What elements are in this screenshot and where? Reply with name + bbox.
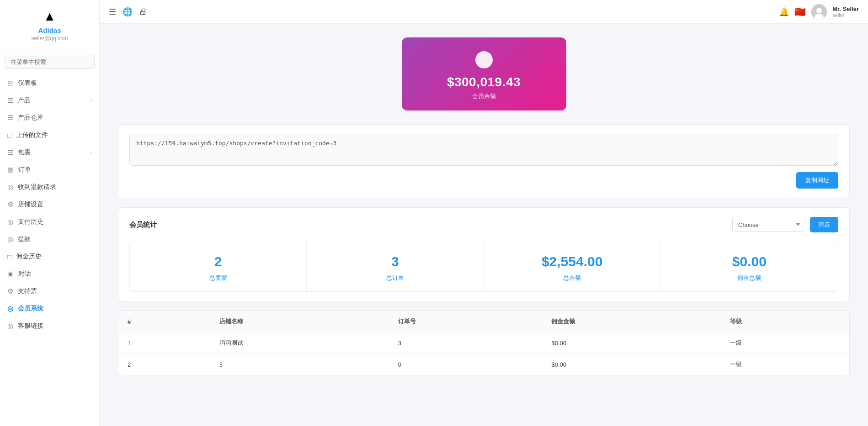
refunds-icon: ◎	[7, 183, 13, 191]
brand-name: Adidas	[38, 26, 61, 34]
sidebar-item-label: 对话	[18, 270, 31, 278]
sidebar-item-label: 客服链接	[18, 322, 43, 330]
sidebar-item-label: 支付历史	[18, 218, 43, 226]
cell-id: 1	[118, 332, 210, 354]
warehouse-icon: ☰	[7, 114, 13, 122]
cell-commission: $0.00	[542, 332, 721, 354]
sidebar-search-input[interactable]	[5, 55, 95, 69]
sidebar-item-label: 提款	[18, 235, 31, 243]
payment-history-icon: ◎	[7, 218, 13, 226]
chevron-right-icon: ›	[90, 149, 92, 156]
sidebar-item-withdraw[interactable]: ◎ 提款	[0, 231, 99, 248]
chevron-right-icon: ›	[90, 97, 92, 104]
commission-icon: □	[7, 253, 11, 261]
sidebar-item-label: 产品	[18, 96, 31, 105]
packages-icon: ☰	[7, 148, 13, 157]
stats-header: 会员统计 Choose 筛选	[129, 217, 838, 232]
balance-card: $300,019.43 会员余额	[402, 37, 566, 110]
topbar-role: seller	[832, 12, 859, 18]
globe-icon[interactable]: 🌐	[122, 7, 133, 17]
sidebar-item-customer-link[interactable]: ◎ 客服链接	[0, 317, 99, 335]
conversations-icon: ▣	[7, 270, 14, 278]
sidebar-item-label: 会员系统	[18, 305, 43, 313]
cell-level: 一级	[721, 354, 849, 375]
stat-commission-value: $0.00	[668, 254, 831, 269]
store-settings-icon: ⚙	[7, 200, 13, 209]
menu-icon[interactable]: ☰	[109, 7, 116, 17]
data-table: # 店铺名称 订单号 佣金金额 等级 1 滔滔测试 3 $0.00 一级 2 3…	[118, 311, 849, 375]
balance-circle-icon	[475, 51, 493, 68]
col-order-id: 订单号	[389, 311, 543, 332]
cell-shop: 3	[210, 354, 389, 375]
stat-orders-label: 总订单	[314, 274, 476, 282]
topbar: ☰ 🌐 🖨 🔔 🇨🇳 Mr. Seller seller	[100, 0, 868, 24]
col-level: 等级	[721, 311, 849, 332]
sidebar-item-label: 产品仓库	[18, 114, 43, 122]
sidebar-item-warehouse[interactable]: ☰ 产品仓库	[0, 109, 99, 126]
col-id: #	[118, 311, 210, 332]
stat-total-orders: 3 总订单	[307, 241, 484, 291]
main-area: ☰ 🌐 🖨 🔔 🇨🇳 Mr. Seller seller	[100, 0, 868, 426]
sidebar-item-label: 收到退款请求	[18, 183, 56, 191]
cell-shop: 滔滔测试	[210, 332, 389, 354]
sidebar-item-packages[interactable]: ☰ 包裹 ›	[0, 144, 99, 161]
affiliate-icon: ◎	[7, 305, 13, 313]
sidebar-item-affiliate[interactable]: ◎ 会员系统	[0, 300, 99, 317]
notification-bell-icon[interactable]: 🔔	[779, 7, 789, 17]
brand-icon: ▲	[43, 9, 56, 24]
sidebar-item-label: 订单	[18, 166, 31, 174]
brand-email: seller@qq.com	[31, 35, 68, 42]
customer-link-icon: ◎	[7, 322, 13, 330]
sidebar-item-store-settings[interactable]: ⚙ 店铺设置	[0, 196, 99, 213]
content-area: $300,019.43 会员余额 复制网址 会员统计 Choose 筛选	[100, 24, 868, 426]
support-icon: ⚙	[7, 287, 13, 295]
stat-sellers-value: 2	[137, 254, 299, 269]
dashboard-icon: ⊟	[7, 79, 13, 87]
stats-section: 会员统计 Choose 筛选 2 总卖家 3 总订单 $2	[118, 207, 850, 301]
sidebar-item-refunds[interactable]: ◎ 收到退款请求	[0, 179, 99, 196]
table-row: 1 滔滔测试 3 $0.00 一级	[118, 332, 849, 354]
balance-label: 会员余额	[411, 92, 557, 100]
stat-sellers-label: 总卖家	[137, 274, 299, 282]
sidebar-item-label: 店铺设置	[18, 200, 43, 209]
stats-choose-select[interactable]: Choose	[732, 218, 805, 232]
products-icon: ☰	[7, 96, 13, 105]
sidebar-item-support-tickets[interactable]: ⚙ 支持票	[0, 283, 99, 300]
cell-commission: $0.00	[542, 354, 721, 375]
stat-total-commission: $0.00 佣金总额	[661, 241, 838, 291]
invite-actions: 复制网址	[129, 172, 838, 189]
table-header-row: # 店铺名称 订单号 佣金金额 等级	[118, 311, 849, 332]
sidebar-item-conversations[interactable]: ▣ 对话	[0, 265, 99, 283]
sidebar-item-commission-history[interactable]: □ 佣金历史	[0, 248, 99, 265]
stat-commission-label: 佣金总额	[668, 274, 831, 282]
sidebar: ▲ Adidas seller@qq.com ⊟ 仪表板 ☰ 产品 › ☰ 产品…	[0, 0, 100, 426]
filter-button[interactable]: 筛选	[810, 217, 838, 232]
svg-point-1	[816, 8, 822, 13]
uploads-icon: □	[7, 131, 11, 139]
cell-orders: 3	[389, 332, 543, 354]
copy-url-button[interactable]: 复制网址	[796, 172, 838, 189]
sidebar-item-orders[interactable]: ▦ 订单	[0, 161, 99, 179]
invite-url-textarea[interactable]	[129, 134, 838, 166]
sidebar-item-payment-history[interactable]: ◎ 支付历史	[0, 213, 99, 231]
sidebar-item-label: 佣金历史	[16, 252, 42, 261]
avatar	[811, 4, 827, 20]
col-commission: 佣金金额	[542, 311, 721, 332]
print-icon[interactable]: 🖨	[139, 7, 147, 16]
stat-total-amount: $2,554.00 总金额	[484, 241, 661, 291]
col-shop: 店铺名称	[210, 311, 389, 332]
sidebar-brand: ▲ Adidas seller@qq.com	[0, 0, 99, 49]
language-flag-icon[interactable]: 🇨🇳	[794, 6, 806, 17]
topbar-left-icons: ☰ 🌐 🖨	[109, 7, 147, 17]
topbar-right: 🔔 🇨🇳 Mr. Seller seller	[779, 4, 859, 20]
stats-grid: 2 总卖家 3 总订单 $2,554.00 总金额 $0.00 佣金总额	[129, 241, 838, 292]
sidebar-item-label: 包裹	[18, 148, 31, 157]
stats-title: 会员统计	[129, 221, 157, 229]
affiliate-table: # 店铺名称 订单号 佣金金额 等级 1 滔滔测试 3 $0.00 一级 2 3…	[118, 310, 850, 375]
sidebar-item-label: 支持票	[18, 287, 37, 295]
sidebar-item-uploads[interactable]: □ 上传的文件	[0, 126, 99, 144]
topbar-username: Mr. Seller	[832, 5, 859, 12]
sidebar-item-label: 仪表板	[18, 79, 37, 87]
sidebar-item-dashboard[interactable]: ⊟ 仪表板	[0, 74, 99, 92]
sidebar-item-products[interactable]: ☰ 产品 ›	[0, 92, 99, 109]
